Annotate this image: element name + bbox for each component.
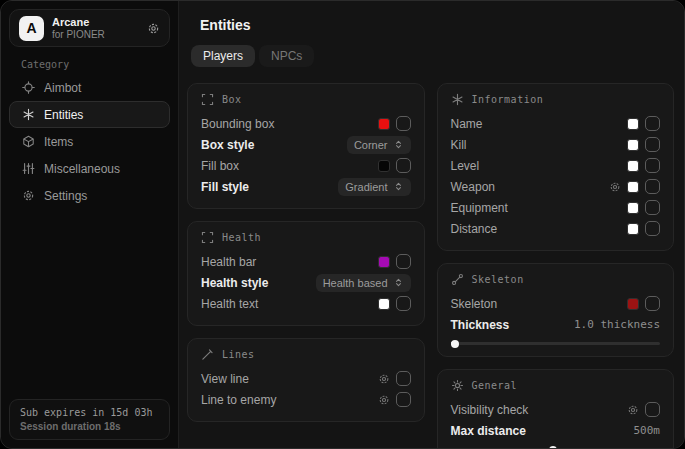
equipment-checkbox[interactable] — [645, 200, 660, 215]
sidebar-item-label: Items — [44, 135, 73, 149]
level-checkbox[interactable] — [645, 158, 660, 173]
setting-row-kill: Kill — [451, 134, 661, 155]
left-column: Box Bounding box Box style Corner — [187, 83, 425, 448]
color-swatch[interactable] — [627, 298, 639, 310]
dropdown-value: Health based — [323, 277, 388, 289]
category-label: Category — [21, 59, 178, 70]
session-duration-text: Session duration 18s — [20, 421, 159, 432]
bounding-box-checkbox[interactable] — [396, 116, 411, 131]
right-column: Information Name Kill — [437, 83, 675, 448]
view-line-checkbox[interactable] — [396, 371, 411, 386]
gear-icon — [22, 189, 35, 202]
panel-health: Health Health bar Health style Health ba… — [187, 221, 425, 326]
slider-thumb[interactable] — [549, 446, 557, 449]
tab-players[interactable]: Players — [191, 45, 255, 67]
chevrons-up-down-icon — [393, 277, 404, 288]
sub-expiry-text: Sub expires in 15d 03h — [20, 407, 159, 418]
panel-title: Information — [472, 94, 544, 105]
sidebar-item-label: Settings — [44, 189, 87, 203]
cube-icon — [22, 135, 35, 148]
name-checkbox[interactable] — [645, 116, 660, 131]
max-distance-value: 500m — [634, 424, 661, 437]
weapon-gear-icon[interactable] — [609, 181, 621, 193]
color-swatch[interactable] — [627, 181, 639, 193]
info-burst-icon — [451, 93, 464, 106]
panel-box: Box Bounding box Box style Corner — [187, 83, 425, 209]
app-settings-gear-icon[interactable] — [147, 22, 160, 35]
line-to-enemy-checkbox[interactable] — [396, 392, 411, 407]
entity-tabs: Players NPCs — [191, 45, 674, 67]
page-title: Entities — [200, 17, 674, 33]
slider-thumb[interactable] — [451, 340, 459, 348]
fill-box-checkbox[interactable] — [396, 158, 411, 173]
sun-icon — [451, 379, 464, 392]
color-swatch[interactable] — [378, 256, 390, 268]
view-line-gear-icon[interactable] — [378, 373, 390, 385]
sidebar-nav: Aimbot Entities Items Miscellaneous — [1, 74, 178, 209]
sidebar-item-settings[interactable]: Settings — [9, 182, 170, 209]
health-bar-checkbox[interactable] — [396, 254, 411, 269]
color-swatch[interactable] — [627, 202, 639, 214]
sidebar-item-label: Entities — [44, 108, 83, 122]
sidebar-item-aimbot[interactable]: Aimbot — [9, 74, 170, 101]
weapon-checkbox[interactable] — [645, 179, 660, 194]
tab-npcs[interactable]: NPCs — [259, 45, 314, 67]
setting-row-fill-style: Fill style Gradient — [201, 176, 411, 197]
sidebar-item-miscellaneous[interactable]: Miscellaneous — [9, 155, 170, 182]
panel-title: General — [472, 380, 518, 391]
setting-row-fill-box: Fill box — [201, 155, 411, 176]
panel-general: General Visibility check Max distance 50… — [437, 369, 675, 448]
setting-row-visibility-check: Visibility check — [451, 399, 661, 420]
corner-brackets-icon — [201, 231, 214, 244]
setting-row-box-style: Box style Corner — [201, 134, 411, 155]
panel-title: Box — [222, 94, 242, 105]
box-style-dropdown[interactable]: Corner — [347, 136, 411, 154]
color-swatch[interactable] — [378, 160, 390, 172]
thickness-slider[interactable] — [451, 342, 661, 345]
chevrons-up-down-icon — [393, 181, 404, 192]
bone-icon — [451, 273, 464, 286]
color-swatch[interactable] — [378, 298, 390, 310]
sidebar-item-entities[interactable]: Entities — [9, 101, 170, 128]
panel-lines: Lines View line Line to enemy — [187, 338, 425, 422]
health-text-checkbox[interactable] — [396, 296, 411, 311]
panel-title: Health — [222, 232, 261, 243]
color-swatch[interactable] — [627, 160, 639, 172]
setting-row-level: Level — [451, 155, 661, 176]
app-subtitle: for PIONER — [52, 29, 139, 41]
main-content: Entities Players NPCs Box Bounding box — [179, 1, 684, 448]
setting-row-thickness: Thickness 1.0 thickness — [451, 314, 661, 335]
kill-checkbox[interactable] — [645, 137, 660, 152]
setting-row-health-style: Health style Health based — [201, 272, 411, 293]
fill-style-dropdown[interactable]: Gradient — [338, 178, 410, 196]
setting-row-weapon: Weapon — [451, 176, 661, 197]
color-swatch[interactable] — [627, 118, 639, 130]
crosshair-icon — [22, 81, 35, 94]
dropdown-value: Gradient — [345, 181, 387, 193]
skeleton-checkbox[interactable] — [645, 296, 660, 311]
sidebar: A Arcane for PIONER Category Aimbot Enti… — [1, 1, 179, 448]
chevrons-up-down-icon — [393, 139, 404, 150]
visibility-gear-icon[interactable] — [627, 404, 639, 416]
color-swatch[interactable] — [627, 223, 639, 235]
color-swatch[interactable] — [627, 139, 639, 151]
corner-brackets-icon — [201, 93, 214, 106]
color-swatch[interactable] — [378, 118, 390, 130]
setting-row-health-bar: Health bar — [201, 251, 411, 272]
sidebar-item-label: Miscellaneous — [44, 162, 120, 176]
sidebar-item-items[interactable]: Items — [9, 128, 170, 155]
sliders-icon — [22, 162, 35, 175]
setting-row-distance: Distance — [451, 218, 661, 239]
setting-row-equipment: Equipment — [451, 197, 661, 218]
logo-card: A Arcane for PIONER — [9, 9, 170, 47]
visibility-check-checkbox[interactable] — [645, 402, 660, 417]
setting-row-view-line: View line — [201, 368, 411, 389]
entities-burst-icon — [22, 108, 35, 121]
distance-checkbox[interactable] — [645, 221, 660, 236]
dropdown-value: Corner — [354, 139, 388, 151]
health-style-dropdown[interactable]: Health based — [316, 274, 411, 292]
line-to-enemy-gear-icon[interactable] — [378, 394, 390, 406]
app-title: Arcane — [52, 16, 139, 29]
setting-row-max-distance: Max distance 500m — [451, 420, 661, 441]
setting-row-bounding-box: Bounding box — [201, 113, 411, 134]
